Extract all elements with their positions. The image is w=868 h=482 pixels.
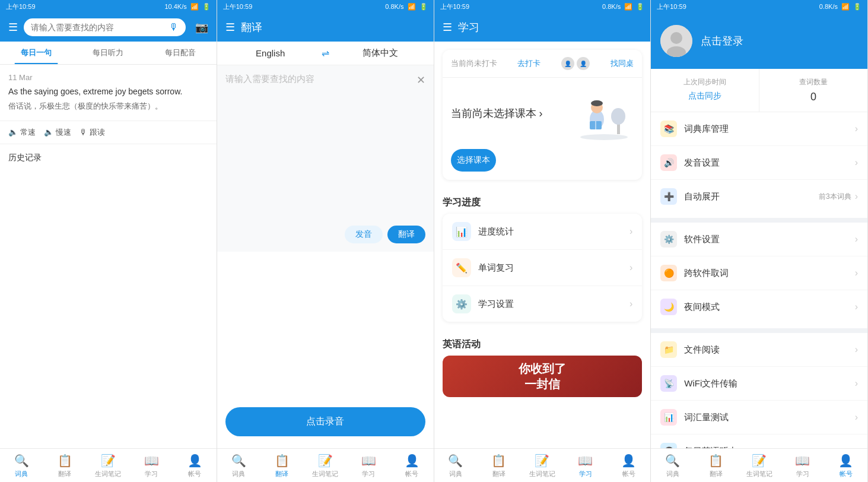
nav-notes-2[interactable]: 📝 生词笔记 (304, 452, 347, 480)
menu-item-cross-app[interactable]: 🟠 跨软件取词 › (651, 256, 867, 290)
divider-2 (651, 328, 867, 333)
menu-icon-2[interactable]: ☰ (225, 21, 235, 34)
nav-translate-2[interactable]: 📋 翻译 (260, 452, 304, 480)
bottom-nav-4: 🔍 词典 📋 翻译 📝 生词笔记 📖 学习 👤 帐号 (651, 448, 867, 482)
stat-sync-value[interactable]: 点击同步 (659, 91, 751, 102)
nav-notes-label-1: 生词笔记 (95, 470, 121, 478)
nav-study-label-1: 学习 (145, 470, 158, 478)
battery-icon-2: 🔋 (419, 3, 428, 11)
menu-icon-dict-library: 📚 (660, 120, 677, 137)
daily-content: 11 Mar As the saying goes, extreme joy b… (0, 65, 217, 120)
progress-label-settings: 学习设置 (478, 299, 629, 310)
nav-account-2[interactable]: 👤 帐号 (390, 452, 434, 480)
activity-banner[interactable]: 你收到了 一封信 (443, 356, 643, 397)
goto-checkin-btn[interactable]: 去打卡 (517, 58, 540, 69)
nav-account-icon-1: 👤 (187, 454, 202, 468)
nav-translate-4[interactable]: 📋 翻译 (694, 452, 737, 480)
nav-dictionary-3[interactable]: 🔍 词典 (434, 452, 478, 480)
screen-account: 上午10:59 0.8K/s 📶 🔋 点击登录 上次同步时间 点击同步 (651, 0, 868, 482)
nav-translate-1[interactable]: 📋 翻译 (43, 452, 87, 480)
menu-item-wifi-transfer[interactable]: 📡 WiFi文件传输 › (651, 367, 867, 401)
menu-item-vocab-test[interactable]: 📊 词汇量测试 › (651, 401, 867, 435)
progress-item-settings[interactable]: ⚙️ 学习设置 › (443, 286, 643, 322)
menu-icon-auto-expand: ➕ (660, 188, 677, 205)
nav-study-label-3: 学习 (579, 470, 592, 478)
nav-notes-3[interactable]: 📝 生词笔记 (520, 452, 564, 480)
tab-daily-dub[interactable]: 每日配音 (144, 42, 217, 64)
dictionary-scroll: 11 Mar As the saying goes, extreme joy b… (0, 65, 217, 448)
book-title-area: 当前尚未选择课本 › (451, 106, 543, 120)
translate-button[interactable]: 翻译 (387, 226, 425, 243)
search-input-1[interactable] (31, 23, 164, 32)
tab-daily-listen[interactable]: 每日听力 (72, 42, 145, 64)
wifi-icon-3: 📶 (624, 3, 632, 11)
menu-icon-3[interactable]: ☰ (443, 21, 452, 34)
battery-icon-3: 🔋 (636, 3, 644, 11)
menu-icon-vocab-test: 📊 (660, 409, 677, 426)
nav-translate-label-2: 翻译 (275, 470, 288, 478)
menu-group-3: 📁 文件阅读 › 📡 WiFi文件传输 › 📊 词汇量测试 › 🎧 每日英语听力 (651, 333, 867, 448)
nav-account-label-3: 帐号 (622, 470, 635, 478)
nav-study-2[interactable]: 📖 学习 (347, 452, 390, 480)
battery-icon-4: 🔋 (853, 3, 861, 11)
progress-item-review[interactable]: ✏️ 单词复习 › (443, 250, 643, 286)
history-title: 历史记录 (8, 153, 208, 163)
nav-account-4[interactable]: 👤 帐号 (824, 452, 867, 480)
nav-translate-label-3: 翻译 (492, 470, 505, 478)
menu-item-file-read[interactable]: 📁 文件阅读 › (651, 333, 867, 367)
menu-item-daily-listen[interactable]: 🎧 每日英语听力 › (651, 435, 867, 448)
time-4: 上午10:59 (657, 2, 686, 11)
audio-normal-btn[interactable]: 🔈 常速 (8, 127, 36, 138)
stat-query-label: 查词数量 (768, 77, 859, 87)
translate-close-icon[interactable]: ✕ (416, 74, 425, 87)
nav-dictionary-1[interactable]: 🔍 词典 (0, 452, 43, 480)
translate-action-btns: 发音 翻译 (217, 226, 434, 252)
nav-notes-4[interactable]: 📝 生词笔记 (737, 452, 781, 480)
progress-item-stats[interactable]: 📊 进度统计 › (443, 214, 643, 250)
audio-slow-btn[interactable]: 🔈 慢速 (44, 127, 71, 138)
lang-swap-icon[interactable]: ⇌ (322, 47, 329, 59)
lang-to[interactable]: 简体中文 (335, 47, 425, 59)
status-bar-right-4: 0.8K/s 📶 🔋 (819, 3, 861, 11)
menu-icon-1[interactable]: ☰ (8, 21, 18, 34)
select-book-btn[interactable]: 选择课本 (451, 149, 496, 172)
nav-dictionary-2[interactable]: 🔍 词典 (217, 452, 260, 480)
status-bar-right-3: 0.8K/s 📶 🔋 (602, 3, 644, 11)
menu-item-software-settings[interactable]: ⚙️ 软件设置 › (651, 223, 867, 256)
menu-item-auto-expand[interactable]: ➕ 自动展开 前3本词典 › (651, 180, 867, 213)
audio-follow-btn[interactable]: 🎙 跟读 (80, 127, 105, 138)
nav-dictionary-icon-4: 🔍 (665, 454, 680, 468)
nav-dictionary-label-1: 词典 (15, 470, 28, 478)
nav-notes-1[interactable]: 📝 生词笔记 (87, 452, 130, 480)
nav-dictionary-4[interactable]: 🔍 词典 (651, 452, 694, 480)
login-hint[interactable]: 点击登录 (701, 34, 743, 48)
nav-account-3[interactable]: 👤 帐号 (607, 452, 650, 480)
progress-icon-review: ✏️ (452, 258, 471, 277)
progress-arrow-stats: › (629, 226, 632, 237)
nav-account-1[interactable]: 👤 帐号 (173, 452, 217, 480)
account-scroll: 📚 词典库管理 › 🔊 发音设置 › ➕ 自动展开 前3本词典 › (651, 112, 867, 448)
record-button[interactable]: 点击录音 (225, 407, 425, 436)
menu-item-dict-library[interactable]: 📚 词典库管理 › (651, 112, 867, 146)
nav-study-4[interactable]: 📖 学习 (781, 452, 824, 480)
translate-input-area[interactable]: 请输入需要查找的内容 ✕ (217, 65, 434, 226)
audio-slow-label: 慢速 (56, 127, 71, 138)
camera-icon-1[interactable]: 📷 (195, 21, 208, 34)
nav-study-3[interactable]: 📖 学习 (564, 452, 607, 480)
lang-from[interactable]: English (225, 48, 316, 58)
pronounce-button[interactable]: 发音 (345, 226, 383, 243)
menu-item-night-mode[interactable]: 🌙 夜间模式 › (651, 290, 867, 324)
translate-lang-bar: English ⇌ 简体中文 (217, 42, 434, 65)
network-4: 0.8K/s (819, 3, 838, 10)
nav-translate-label-1: 翻译 (58, 470, 71, 478)
stat-sync: 上次同步时间 点击同步 (651, 69, 759, 112)
search-bar-1[interactable]: 🎙 (24, 18, 186, 36)
tab-daily-sentence[interactable]: 每日一句 (0, 42, 72, 64)
find-desk-btn[interactable]: 找同桌 (611, 58, 634, 69)
mic-icon-1[interactable]: 🎙 (169, 22, 179, 33)
nav-dictionary-label-2: 词典 (232, 470, 245, 478)
menu-item-pronunciation[interactable]: 🔊 发音设置 › (651, 146, 867, 180)
network-2: 0.8K/s (385, 3, 403, 10)
nav-study-1[interactable]: 📖 学习 (130, 452, 173, 480)
nav-translate-3[interactable]: 📋 翻译 (477, 452, 520, 480)
